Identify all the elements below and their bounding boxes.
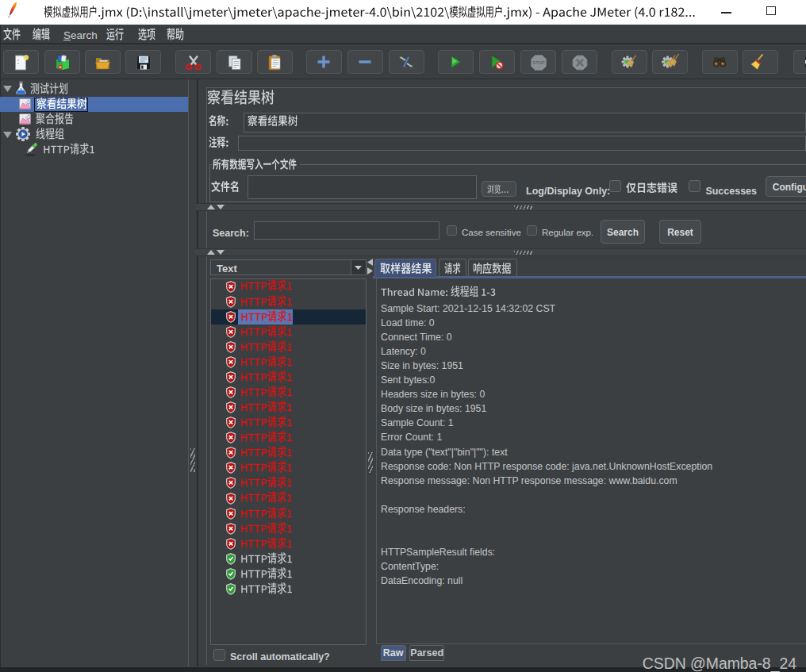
svg-text:STOP: STOP	[532, 60, 544, 65]
